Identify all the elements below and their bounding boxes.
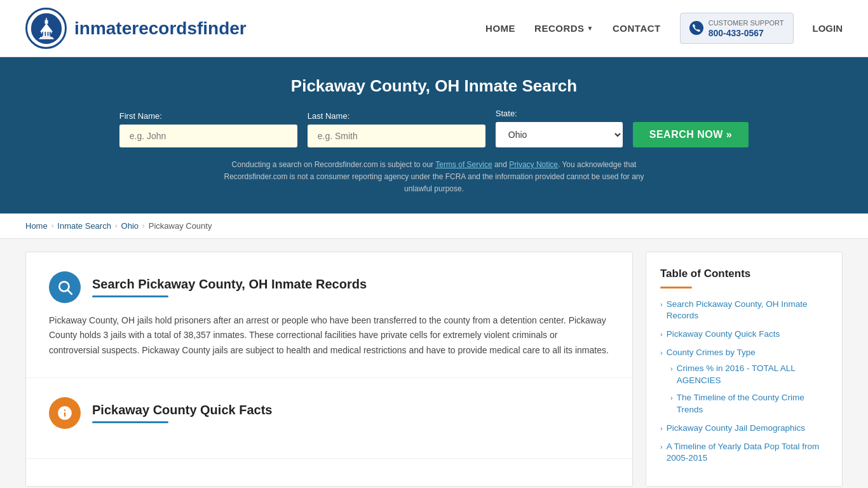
breadcrumb-sep-3: › [142,222,145,229]
breadcrumb-inmate-search[interactable]: Inmate Search [57,221,111,231]
section-header-2: Pickaway County Quick Facts [49,397,609,429]
svg-rect-10 [40,37,53,38]
toc-sub-list-3: › Crimes % in 2016 - TOTAL ALL AGENCIES … [670,363,828,416]
section-quick-facts: Pickaway County Quick Facts [26,378,632,459]
title-underline-1 [92,295,168,297]
first-name-group: First Name: [119,111,297,147]
tos-link[interactable]: Terms of Service [435,160,492,169]
toc-list: › Search Pickaway County, OH Inmate Reco… [660,299,828,465]
state-label: State: [496,109,623,118]
nav-contact[interactable]: CONTACT [613,23,661,34]
svg-rect-9 [50,32,51,36]
last-name-group: Last Name: [308,111,485,147]
logo-text: inmaterecordsfinder [74,18,247,39]
phone-icon [689,21,703,35]
chevron-icon-3: › [660,348,663,358]
logo-area: inmaterecordsfinder [25,8,247,49]
section-inmate-records: Search Pickaway County, OH Inmate Record… [26,252,632,378]
chevron-down-icon: ▼ [587,25,593,32]
toc-box: Table of Contents › Search Pickaway Coun… [646,252,843,487]
toc-sub-item-3-2: › The Timeline of the County Crime Trend… [670,392,828,416]
toc-link-4[interactable]: › Pickaway County Jail Demographics [660,423,828,435]
customer-support: CUSTOMER SUPPORT 800-433-0567 [680,13,794,43]
cs-label: CUSTOMER SUPPORT [709,18,784,27]
sidebar: Table of Contents › Search Pickaway Coun… [646,252,843,487]
breadcrumb-ohio[interactable]: Ohio [121,221,139,231]
cs-phone: 800-433-0567 [709,28,784,38]
section-header-1: Search Pickaway County, OH Inmate Record… [49,271,609,303]
toc-title: Table of Contents [660,268,828,280]
toc-sub-item-3-1: › Crimes % in 2016 - TOTAL ALL AGENCIES [670,363,828,387]
main-nav: HOME RECORDS ▼ CONTACT CUSTOMER SUPPORT … [485,13,843,43]
svg-line-13 [68,290,72,294]
search-form: First Name: Last Name: State: Ohio Alaba… [25,109,843,147]
nav-home[interactable]: HOME [485,23,515,34]
title-underline-2 [92,421,168,423]
toc-sub-link-3-1[interactable]: › Crimes % in 2016 - TOTAL ALL AGENCIES [670,363,828,387]
info-icon-circle [49,397,81,429]
breadcrumb-sep-2: › [115,222,118,229]
toc-item-2: › Pickaway County Quick Facts [660,329,828,341]
section-title-1: Search Pickaway County, OH Inmate Record… [92,277,367,292]
breadcrumb-sep-1: › [51,222,54,229]
toc-item-1: › Search Pickaway County, OH Inmate Reco… [660,299,828,323]
chevron-icon-1: › [660,300,663,309]
toc-item-3: › County Crimes by Type › Crimes % in 20… [660,347,828,416]
chevron-icon-4: › [660,424,663,433]
hero-title: Pickaway County, OH Inmate Search [25,76,843,96]
logo-icon [25,8,67,49]
chevron-sub-icon-3-2: › [670,393,673,403]
toc-sub-link-3-2[interactable]: › The Timeline of the County Crime Trend… [670,392,828,416]
svg-rect-8 [47,32,48,36]
state-group: State: Ohio Alabama Alaska Arizona [496,109,623,147]
main-content: Search Pickaway County, OH Inmate Record… [0,239,868,488]
toc-link-1[interactable]: › Search Pickaway County, OH Inmate Reco… [660,299,828,323]
breadcrumb-current: Pickaway County [149,221,212,231]
section-body-1: Pickaway County, OH jails hold prisoners… [49,313,609,358]
search-icon-circle [49,271,81,303]
toc-link-3[interactable]: › County Crimes by Type [660,347,828,359]
toc-divider [660,287,692,288]
chevron-icon-5: › [660,442,663,452]
article: Search Pickaway County, OH Inmate Record… [25,252,633,487]
search-button[interactable]: SEARCH NOW » [633,122,749,147]
last-name-label: Last Name: [308,111,485,121]
toc-link-5[interactable]: › A Timeline of Yearly Data Pop Total fr… [660,441,828,465]
section-title-wrap-2: Pickaway County Quick Facts [92,403,272,423]
svg-rect-1 [42,32,50,37]
toc-item-5: › A Timeline of Yearly Data Pop Total fr… [660,441,828,465]
toc-item-4: › Pickaway County Jail Demographics [660,423,828,435]
svg-rect-5 [46,18,47,20]
disclaimer-text: Conducting a search on Recordsfinder.com… [212,159,656,196]
section-title-wrap-1: Search Pickaway County, OH Inmate Record… [92,277,367,297]
site-header: inmaterecordsfinder HOME RECORDS ▼ CONTA… [0,0,868,57]
privacy-link[interactable]: Privacy Notice [509,160,558,169]
svg-rect-7 [44,32,46,36]
last-name-input[interactable] [308,125,485,147]
search-hero: Pickaway County, OH Inmate Search First … [0,57,868,214]
first-name-input[interactable] [119,125,297,147]
nav-login[interactable]: LOGIN [813,23,843,34]
nav-records[interactable]: RECORDS ▼ [534,23,593,34]
breadcrumb-home[interactable]: Home [25,221,48,231]
svg-rect-4 [44,20,48,24]
breadcrumb: Home › Inmate Search › Ohio › Pickaway C… [0,214,868,239]
toc-link-2[interactable]: › Pickaway County Quick Facts [660,329,828,341]
chevron-sub-icon-3-1: › [670,364,673,374]
svg-rect-6 [42,32,43,36]
section-title-2: Pickaway County Quick Facts [92,403,272,417]
state-select[interactable]: Ohio Alabama Alaska Arizona [496,122,623,147]
svg-rect-11 [39,38,53,39]
chevron-icon-2: › [660,330,663,339]
first-name-label: First Name: [119,111,297,121]
